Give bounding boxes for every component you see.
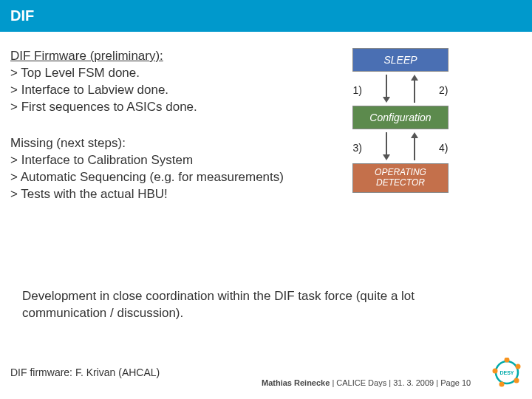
text-column: DIF Firmware (preliminary): > Top Level … bbox=[10, 48, 299, 222]
transition-row-1: 1) 2) bbox=[353, 75, 449, 103]
fsm-diagram: SLEEP 1) 2) Configuration 3) bbox=[312, 48, 489, 222]
footer-event: CALICE Days bbox=[336, 378, 386, 387]
footer-meta: Mathias Reinecke | CALICE Days | 31. 3. … bbox=[262, 378, 471, 387]
footer-page: Page 10 bbox=[440, 378, 471, 387]
missing-heading: Missing (next steps): bbox=[10, 135, 299, 152]
transition-label-2: 2) bbox=[439, 84, 448, 96]
desy-logo-icon: DESY bbox=[492, 358, 522, 387]
svg-point-2 bbox=[516, 364, 521, 369]
svg-point-4 bbox=[499, 382, 505, 387]
arrow-down-icon bbox=[383, 132, 390, 160]
arrow-down-icon bbox=[383, 75, 390, 103]
bullet-item: > First sequences to ASICs done. bbox=[10, 99, 299, 116]
transition-label-4: 4) bbox=[439, 142, 448, 154]
transition-label-1: 1) bbox=[353, 84, 362, 96]
transition-label-3: 3) bbox=[353, 142, 362, 154]
bullet-item: > Tests with the actual HBU! bbox=[10, 186, 299, 203]
bullet-text: Tests with the actual HBU! bbox=[21, 187, 167, 201]
footer-presenter: Mathias Reinecke bbox=[262, 378, 330, 387]
bullet-item: > Top Level FSM done. bbox=[10, 65, 299, 82]
bullet-item: > Automatic Sequencing (e.g. for measure… bbox=[10, 169, 299, 186]
svg-text:DESY: DESY bbox=[499, 370, 514, 375]
svg-point-3 bbox=[514, 378, 519, 383]
content-area: DIF Firmware (preliminary): > Top Level … bbox=[0, 32, 532, 222]
slide-title: DIF bbox=[10, 7, 34, 24]
transition-row-2: 3) 4) bbox=[353, 132, 449, 160]
bullet-item: > Interface to Labview done. bbox=[10, 82, 299, 99]
slide-title-bar: DIF bbox=[0, 0, 532, 32]
firmware-block: DIF Firmware (preliminary): > Top Level … bbox=[10, 48, 299, 116]
bullet-text: Automatic Sequencing (e.g. for measureme… bbox=[21, 170, 284, 184]
bullet-text: First sequences to ASICs done. bbox=[21, 100, 197, 114]
svg-point-5 bbox=[493, 369, 498, 374]
state-configuration: Configuration bbox=[352, 106, 449, 129]
state-operating: OPERATING DETECTOR bbox=[352, 163, 449, 193]
state-sleep: SLEEP bbox=[352, 48, 449, 72]
footer-credit: DIF firmware: F. Krivan (AHCAL) bbox=[10, 366, 160, 378]
bullet-text: Interface to Calibration System bbox=[21, 153, 193, 167]
missing-block: Missing (next steps): > Interface to Cal… bbox=[10, 135, 299, 203]
summary-text: Development in close coordination within… bbox=[22, 288, 495, 322]
footer-date: 31. 3. 2009 bbox=[393, 378, 434, 387]
bullet-text: Top Level FSM done. bbox=[21, 66, 140, 80]
firmware-heading: DIF Firmware (preliminary): bbox=[10, 48, 299, 65]
arrow-up-icon bbox=[411, 75, 418, 103]
bullet-item: > Interface to Calibration System bbox=[10, 152, 299, 169]
bullet-text: Interface to Labview done. bbox=[21, 83, 168, 97]
arrow-up-icon bbox=[411, 132, 418, 160]
slide-footer: DIF firmware: F. Krivan (AHCAL) Mathias … bbox=[10, 358, 522, 387]
